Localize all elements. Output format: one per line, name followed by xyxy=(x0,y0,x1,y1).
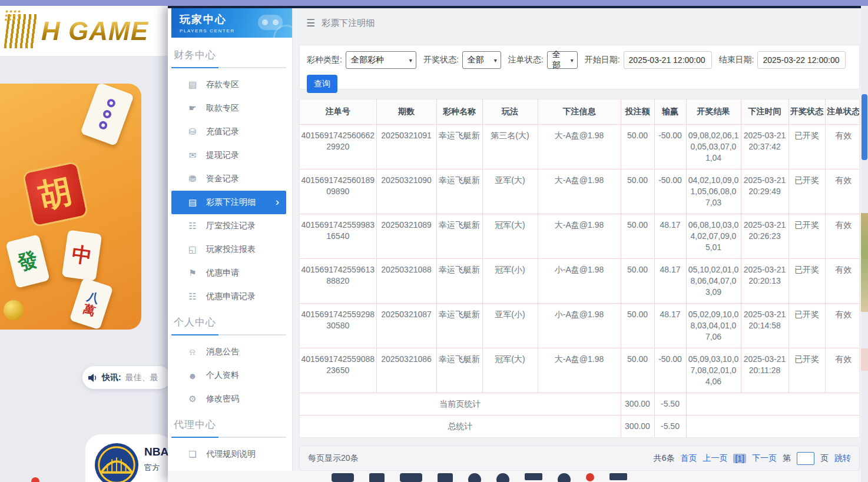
sidebar-item-label: 厅室投注记录 xyxy=(206,221,256,231)
summary-win-loss: -5.50 xyxy=(654,415,686,437)
content-header: ☰ 彩票下注明细 xyxy=(293,8,861,38)
sidebar-item[interactable]: ⍾消息公告 xyxy=(171,340,286,364)
cell: 20250321087 xyxy=(376,303,436,348)
sidebar-item[interactable]: ☛取款专区 xyxy=(171,97,286,120)
summary-bet-total: 300.00 xyxy=(621,393,654,415)
filter-panel: 彩种类型: 全部彩种 ▾ 开奖状态: 全部 ▾ 注单状态: 全部 ▾ 开始日期:… xyxy=(299,45,860,89)
section-title: 财务中心 xyxy=(174,48,286,62)
bet-status-select[interactable]: 全部 ▾ xyxy=(547,51,578,69)
sidebar-item[interactable]: ⛁充值记录 xyxy=(171,120,286,144)
provider-logos-strip xyxy=(332,473,627,482)
sidebar-item[interactable]: ◱玩家投注报表 xyxy=(171,238,286,261)
end-date-input[interactable] xyxy=(757,51,846,69)
bet-status-value: 全部 xyxy=(552,49,567,71)
query-button[interactable]: 查询 xyxy=(307,75,337,93)
jump-button[interactable]: 跳转 xyxy=(834,453,851,464)
page-title: 彩票下注明细 xyxy=(322,18,375,29)
draw-status-select[interactable]: 全部 ▾ xyxy=(462,51,501,69)
cell: 大-A盘@1.98 xyxy=(538,214,621,258)
background-page: H GAME 胡 中 發 八 萬 快讯: 最佳、最 xyxy=(0,6,168,482)
column-header: 开奖状态 xyxy=(789,99,825,124)
draw-status-value: 全部 xyxy=(468,55,484,65)
main-content: ☰ 彩票下注明细 彩种类型: 全部彩种 ▾ 开奖状态: 全部 ▾ 注单状态: 全… xyxy=(293,8,861,471)
cell: 06,08,10,03,04,02,07,09,05,01 xyxy=(686,214,741,258)
gold-coin xyxy=(4,300,24,320)
first-page-link[interactable]: 首页 xyxy=(680,453,697,464)
cell: 亚军(小) xyxy=(482,303,538,348)
summary-bet-total: 300.00 xyxy=(621,415,654,437)
cell: 401569174255961388820 xyxy=(300,258,376,303)
lottery-bet-detail-icon: ▤ xyxy=(187,197,198,208)
cell: 20250321086 xyxy=(376,348,436,393)
cell: 已开奖 xyxy=(789,348,825,393)
browser-top-strip xyxy=(0,0,868,6)
cell: 幸运飞艇新 xyxy=(436,303,482,348)
mahjong-tile-bawan: 八 萬 xyxy=(69,278,114,330)
sidebar-item-label: 消息公告 xyxy=(206,347,239,357)
sidebar-item[interactable]: ❏代理规则说明 xyxy=(171,443,286,466)
cell: 大-A盘@1.98 xyxy=(538,169,621,214)
sidebar-item[interactable]: ☷优惠申请记录 xyxy=(171,285,286,308)
column-header: 玩法 xyxy=(482,99,538,124)
cell: -50.00 xyxy=(654,124,686,169)
sidebar-item-label: 玩家投注报表 xyxy=(206,244,256,255)
cell: 48.17 xyxy=(654,214,686,258)
speaker-icon xyxy=(88,374,98,382)
cell: 2025-03-21 20:20:13 xyxy=(741,258,789,303)
column-header: 输赢 xyxy=(654,99,686,124)
sidebar-item[interactable]: ☷厅室投注记录 xyxy=(171,214,286,238)
hamburger-icon[interactable]: ☰ xyxy=(306,17,315,29)
withdraw-record-icon: ✉ xyxy=(187,150,198,161)
promo-banner[interactable]: 胡 中 發 八 萬 xyxy=(0,84,141,330)
sidebar-item[interactable]: ⚙修改密码 xyxy=(171,387,286,411)
cell: -50.00 xyxy=(654,348,686,393)
scrollbar-thumb[interactable] xyxy=(862,94,867,160)
table-row: 40156917425601890989020250321090幸运飞艇新亚军(… xyxy=(300,169,860,214)
next-page-link[interactable]: 下一页 xyxy=(752,453,777,464)
brand-logo-text: H GAME xyxy=(41,16,148,46)
players-center-panel: 玩家中心 PLAYERS CENTER 财务中心▤存款专区☛取款专区⛁充值记录✉… xyxy=(168,6,861,482)
news-ticker[interactable]: 快讯: 最佳、最 xyxy=(82,366,171,389)
section-underline xyxy=(171,67,286,68)
cell: 小-A盘@1.98 xyxy=(538,303,621,348)
start-date-input[interactable] xyxy=(624,51,712,69)
sidebar-item[interactable]: ⛃资金记录 xyxy=(171,167,286,191)
sidebar-item-label: 存款专区 xyxy=(206,79,239,90)
jump-page-input[interactable] xyxy=(797,452,814,465)
cell: 冠军(大) xyxy=(482,348,538,393)
promo-record-icon: ☷ xyxy=(187,291,198,302)
user-icon: ☻ xyxy=(187,371,198,381)
sidebar-item[interactable]: ✉提现记录 xyxy=(171,144,286,167)
cell: 04,02,10,09,01,05,06,08,07,03 xyxy=(686,169,741,214)
current-page-badge[interactable]: [1] xyxy=(733,454,746,463)
sidebar-item[interactable]: ▦代理团队统计 xyxy=(171,466,286,471)
section-title: 个人中心 xyxy=(174,315,286,329)
nba-subtitle: 官方 xyxy=(144,463,160,473)
cell: 有效 xyxy=(825,258,860,303)
table-row: 40156917425590882365020250321086幸运飞艇新冠军(… xyxy=(300,348,860,393)
cell: 20250321090 xyxy=(376,169,436,214)
lottery-type-select[interactable]: 全部彩种 ▾ xyxy=(346,51,416,69)
lottery-type-label: 彩种类型: xyxy=(307,55,342,65)
jump-prefix-label: 第 xyxy=(783,453,791,464)
prev-page-link[interactable]: 上一页 xyxy=(703,453,727,464)
sidebar-item-label: 提现记录 xyxy=(206,150,239,161)
sidebar-item[interactable]: ▤彩票下注明细› xyxy=(171,191,286,214)
section-underline xyxy=(171,334,286,335)
sidebar-item[interactable]: ☻个人资料 xyxy=(171,364,286,387)
cell: 401569174256018909890 xyxy=(300,169,376,214)
bet-detail-table-card: 注单号期数彩种名称玩法下注信息投注额输赢开奖结果下注时间开奖状态注单状态 401… xyxy=(299,99,860,438)
cell: 有效 xyxy=(825,124,860,169)
warriors-logo-icon xyxy=(94,442,140,482)
mahjong-tile-zhong: 中 xyxy=(62,230,102,281)
sidebar-item-label: 修改密码 xyxy=(206,394,239,404)
end-date-label: 结束日期: xyxy=(719,55,754,65)
nba-card[interactable]: NBA 官方 xyxy=(85,434,173,482)
cell: 50.00 xyxy=(621,124,654,169)
sidebar-item[interactable]: ⚑优惠申请 xyxy=(171,261,286,285)
scrollbar[interactable] xyxy=(861,6,868,482)
cell: 401569174255998316540 xyxy=(300,214,376,258)
ticker-label: 快讯: xyxy=(102,373,121,383)
sidebar-item-label: 优惠申请 xyxy=(206,268,239,278)
sidebar-item[interactable]: ▤存款专区 xyxy=(171,73,286,97)
